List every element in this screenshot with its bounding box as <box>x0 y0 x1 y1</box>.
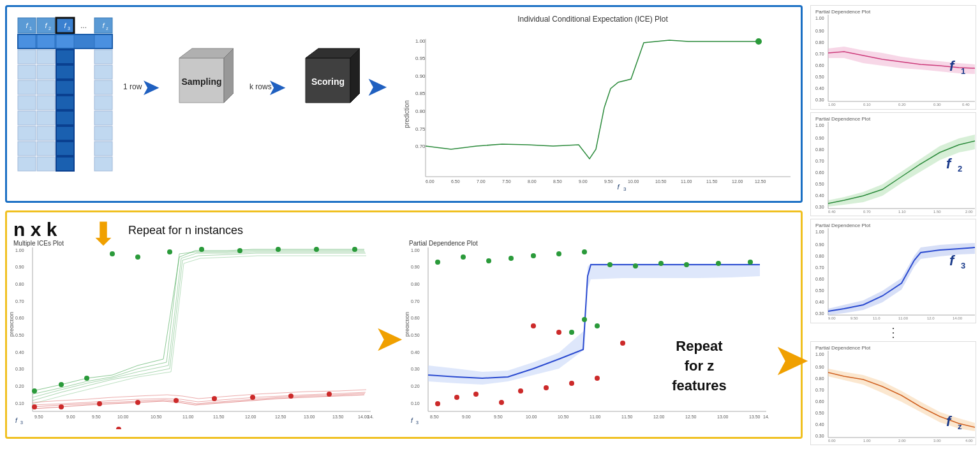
dots-separator: ⋮ <box>810 326 976 339</box>
svg-text:4.00: 4.00 <box>965 439 973 442</box>
svg-rect-42 <box>94 111 112 125</box>
svg-text:0.60: 0.60 <box>815 277 824 281</box>
svg-text:f: f <box>411 417 413 424</box>
svg-text:Partial Dependence Plot: Partial Dependence Plot <box>815 345 871 351</box>
svg-text:10.00: 10.00 <box>628 179 639 184</box>
svg-point-135 <box>327 392 332 397</box>
svg-text:Partial Dependence Plot: Partial Dependence Plot <box>815 9 871 15</box>
svg-rect-47 <box>37 142 55 156</box>
svg-text:9.50: 9.50 <box>34 415 43 419</box>
svg-text:7.00: 7.00 <box>477 179 486 184</box>
svg-text:z: z <box>958 422 962 431</box>
svg-text:0.10: 0.10 <box>863 103 871 106</box>
svg-text:0.90: 0.90 <box>815 29 824 33</box>
yellow-arrow-right-middle: ➤ <box>374 318 404 359</box>
pdp-card-f3: Partial Dependence Plot 1.00 0.90 0.80 0… <box>810 219 976 323</box>
arrow1: ➤ <box>141 74 160 101</box>
svg-text:0.40: 0.40 <box>15 350 24 355</box>
svg-point-87 <box>755 38 762 45</box>
svg-text:7.50: 7.50 <box>502 179 511 184</box>
svg-point-184 <box>435 401 440 406</box>
svg-text:0.40: 0.40 <box>815 193 824 198</box>
label-1row: 1 row <box>123 82 142 91</box>
svg-point-117 <box>59 382 64 387</box>
svg-point-132 <box>212 396 217 401</box>
svg-text:10.50: 10.50 <box>151 415 162 419</box>
svg-text:3: 3 <box>623 186 627 192</box>
svg-text:10.50: 10.50 <box>558 415 569 419</box>
svg-text:11.50: 11.50 <box>621 415 633 419</box>
svg-text:prediction: prediction <box>10 312 15 337</box>
svg-rect-50 <box>37 157 55 171</box>
svg-text:3: 3 <box>416 420 419 425</box>
svg-text:12.00: 12.00 <box>245 415 256 419</box>
svg-rect-23 <box>56 96 74 110</box>
svg-point-125 <box>314 247 319 252</box>
svg-text:0.70: 0.70 <box>815 159 824 163</box>
svg-point-191 <box>595 376 600 381</box>
svg-text:9.50: 9.50 <box>604 179 613 184</box>
sampling-container: Sampling <box>173 45 234 112</box>
svg-rect-30 <box>94 50 112 64</box>
svg-rect-34 <box>18 80 36 94</box>
svg-text:11.00: 11.00 <box>898 316 909 320</box>
bottom-yellow-box: n x k ⬇ Repeat for n instances Multiple … <box>5 210 803 439</box>
svg-text:0.60: 0.60 <box>815 63 824 68</box>
svg-rect-20 <box>56 50 74 64</box>
svg-point-137 <box>116 427 121 429</box>
svg-point-124 <box>276 247 281 252</box>
svg-point-187 <box>499 400 504 405</box>
svg-point-181 <box>582 317 587 322</box>
svg-point-119 <box>135 254 140 260</box>
svg-text:2: 2 <box>48 26 51 31</box>
svg-text:Partial Dependence Plot: Partial Dependence Plot <box>815 116 871 122</box>
svg-text:13.50: 13.50 <box>749 415 761 419</box>
svg-rect-24 <box>56 111 74 125</box>
svg-text:Sampling: Sampling <box>181 77 221 87</box>
svg-rect-48 <box>94 142 112 156</box>
arrow2: ➤ <box>267 74 286 101</box>
svg-text:6.50: 6.50 <box>451 179 460 184</box>
svg-text:1.10: 1.10 <box>898 210 906 213</box>
repeat-z-label: Repeatfor zfeatures <box>635 337 763 395</box>
svg-text:8.50: 8.50 <box>553 179 562 184</box>
svg-rect-29 <box>37 50 55 64</box>
pdp-card-f1: Partial Dependence Plot 1.00 0.90 0.80 0… <box>810 5 976 110</box>
svg-point-175 <box>607 262 612 267</box>
svg-text:3: 3 <box>68 26 70 31</box>
svg-rect-27 <box>56 157 74 171</box>
svg-text:2.00: 2.00 <box>898 439 906 442</box>
svg-text:0.20: 0.20 <box>411 384 420 388</box>
svg-text:13.00: 13.00 <box>304 415 315 419</box>
svg-rect-33 <box>94 65 112 79</box>
svg-text:1.00: 1.00 <box>415 38 426 44</box>
svg-text:9.00: 9.00 <box>828 316 836 320</box>
svg-text:0.95: 0.95 <box>415 55 426 61</box>
svg-text:0.40: 0.40 <box>815 86 824 91</box>
svg-point-178 <box>684 262 689 267</box>
svg-rect-43 <box>18 126 36 140</box>
svg-text:0.70: 0.70 <box>815 388 824 392</box>
svg-text:0.75: 0.75 <box>415 126 426 132</box>
svg-text:0.70: 0.70 <box>15 299 24 304</box>
svg-point-176 <box>633 263 638 269</box>
svg-rect-49 <box>18 157 36 171</box>
svg-text:0.80: 0.80 <box>815 254 824 258</box>
svg-text:9.00: 9.00 <box>66 415 75 419</box>
svg-text:11.50: 11.50 <box>706 179 718 184</box>
svg-text:0.80: 0.80 <box>815 376 824 381</box>
svg-text:z: z <box>106 26 108 31</box>
svg-rect-28 <box>18 50 36 64</box>
multiple-ice-plot: Multiple ICEs Plot f 3 1.00 0.90 0.80 0.… <box>10 238 374 429</box>
arrow3: ➤ <box>366 71 388 102</box>
yellow-arrow-right-z: ➤ <box>773 334 810 386</box>
svg-text:0.80: 0.80 <box>815 40 824 45</box>
svg-point-121 <box>167 249 172 254</box>
svg-point-192 <box>620 341 625 346</box>
svg-point-183 <box>595 323 600 328</box>
svg-text:2.00: 2.00 <box>965 210 973 213</box>
svg-text:0.40: 0.40 <box>828 210 836 213</box>
svg-text:0.90: 0.90 <box>415 73 426 79</box>
svg-text:0.30: 0.30 <box>815 434 824 438</box>
svg-text:14.50: 14.50 <box>368 415 374 419</box>
